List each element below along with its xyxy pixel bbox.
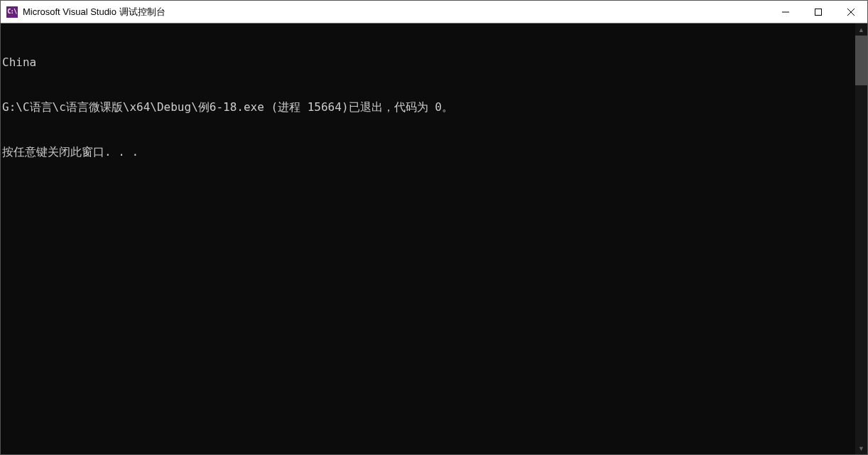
console-line: G:\C语言\c语言微课版\x64\Debug\例6-18.exe (进程 15… — [2, 100, 855, 114]
scroll-thumb[interactable] — [855, 36, 867, 85]
console-line: China — [2, 55, 855, 70]
close-icon — [847, 9, 855, 16]
window-controls — [769, 1, 867, 23]
app-icon: C:\ — [6, 6, 18, 18]
window-title: Microsoft Visual Studio 调试控制台 — [23, 6, 769, 18]
titlebar[interactable]: C:\ Microsoft Visual Studio 调试控制台 — [1, 1, 867, 23]
console-output[interactable]: China G:\C语言\c语言微课版\x64\Debug\例6-18.exe … — [1, 23, 855, 454]
maximize-icon — [815, 9, 822, 16]
svg-rect-1 — [815, 9, 822, 15]
console-area: China G:\C语言\c语言微课版\x64\Debug\例6-18.exe … — [1, 23, 867, 454]
scroll-up-arrow-icon[interactable]: ▲ — [855, 23, 867, 36]
close-button[interactable] — [835, 1, 867, 23]
minimize-button[interactable] — [769, 1, 802, 23]
minimize-icon — [782, 9, 789, 16]
console-window: C:\ Microsoft Visual Studio 调试控制台 China … — [0, 0, 868, 455]
scroll-down-arrow-icon[interactable]: ▼ — [855, 442, 867, 454]
vertical-scrollbar[interactable]: ▲ ▼ — [855, 23, 867, 454]
console-line: 按任意键关闭此窗口. . . — [2, 144, 855, 159]
maximize-button[interactable] — [802, 1, 835, 23]
